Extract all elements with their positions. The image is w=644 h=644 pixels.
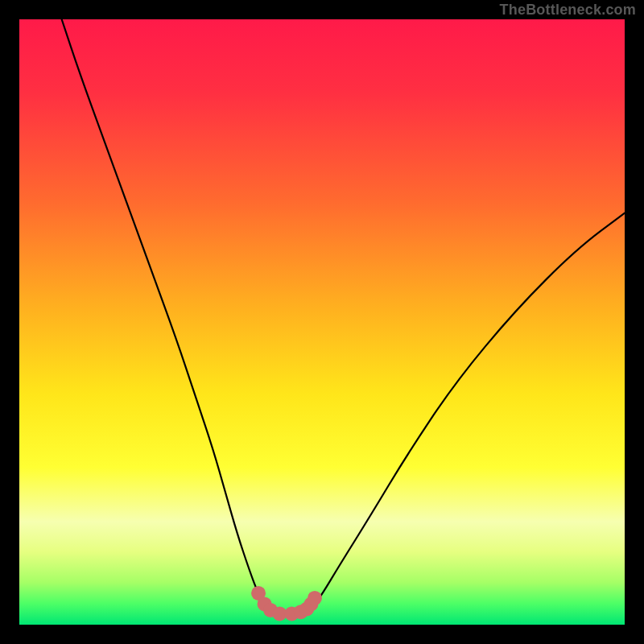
curve-layer (19, 19, 625, 625)
highlight-markers (251, 586, 322, 621)
outer-frame: TheBottleneck.com (0, 0, 644, 644)
highlight-dot (308, 591, 322, 605)
plot-area (19, 19, 625, 625)
watermark-text: TheBottleneck.com (500, 2, 636, 19)
bottleneck-curve (62, 19, 625, 613)
